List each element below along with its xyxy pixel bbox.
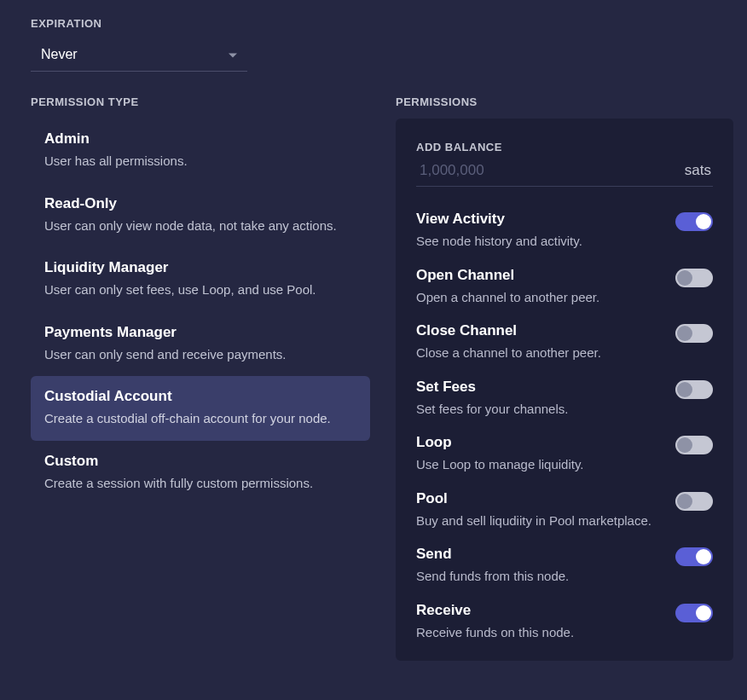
permission-toggle-row: Set FeesSet fees for your channels. xyxy=(416,379,713,418)
toggle-knob xyxy=(677,494,692,509)
permission-toggle-text: Close ChannelClose a channel to another … xyxy=(416,322,675,362)
permissions-column: PERMISSIONS ADD BALANCE sats View Activi… xyxy=(396,95,733,661)
permission-toggle-switch[interactable] xyxy=(675,324,713,343)
toggle-knob xyxy=(677,270,692,286)
chevron-down-icon xyxy=(229,54,237,58)
permission-toggle-title: Send xyxy=(416,546,662,563)
permission-toggle-desc: Send funds from this node. xyxy=(416,568,662,585)
permission-type-title: Admin xyxy=(44,130,356,148)
permission-type-label: PERMISSION TYPE xyxy=(31,95,370,108)
permission-toggle-row: ReceiveReceive funds on this node. xyxy=(416,602,713,641)
permission-toggle-title: Pool xyxy=(416,490,662,507)
permission-toggle-desc: See node history and activity. xyxy=(416,233,662,250)
permission-type-desc: User has all permissions. xyxy=(44,153,356,170)
permission-type-title: Liquidity Manager xyxy=(44,259,356,276)
permission-type-item[interactable]: Liquidity ManagerUser can only set fees,… xyxy=(31,247,370,312)
permission-toggle-row: LoopUse Loop to manage liquidity. xyxy=(416,434,713,473)
permission-type-item[interactable]: Read-OnlyUser can only view node data, n… xyxy=(31,183,370,248)
permission-toggle-switch[interactable] xyxy=(675,436,713,454)
permission-type-item[interactable]: CustomCreate a session with fully custom… xyxy=(31,441,370,506)
expiration-value: Never xyxy=(41,47,78,61)
permission-toggle-text: Set FeesSet fees for your channels. xyxy=(416,379,675,418)
permission-type-column: PERMISSION TYPE AdminUser has all permis… xyxy=(31,95,370,661)
permission-toggle-desc: Open a channel to another peer. xyxy=(416,289,662,306)
expiration-select[interactable]: Never xyxy=(31,40,247,72)
permission-toggle-desc: Receive funds on this node. xyxy=(416,624,662,641)
permission-type-desc: User can only send and receive payments. xyxy=(44,346,356,363)
balance-unit: sats xyxy=(685,162,713,179)
permission-toggle-desc: Buy and sell liqudiity in Pool marketpla… xyxy=(416,512,662,529)
permission-toggle-title: Close Channel xyxy=(416,322,662,339)
permission-toggle-switch[interactable] xyxy=(675,269,713,287)
permission-toggle-text: LoopUse Loop to manage liquidity. xyxy=(416,434,675,473)
toggle-knob xyxy=(677,326,692,341)
permission-toggle-text: View ActivitySee node history and activi… xyxy=(416,211,675,250)
permission-toggle-switch[interactable] xyxy=(675,212,713,231)
permission-toggle-switch[interactable] xyxy=(675,604,713,622)
add-balance-input[interactable] xyxy=(416,162,685,179)
permission-toggle-switch[interactable] xyxy=(675,492,713,511)
permission-toggle-text: ReceiveReceive funds on this node. xyxy=(416,602,675,641)
permission-type-list: AdminUser has all permissions.Read-OnlyU… xyxy=(31,119,370,505)
add-balance-label: ADD BALANCE xyxy=(416,141,713,153)
permission-toggle-title: Loop xyxy=(416,434,662,451)
permission-type-item[interactable]: Custodial AccountCreate a custodial off-… xyxy=(31,376,370,441)
permission-toggle-row: View ActivitySee node history and activi… xyxy=(416,211,713,250)
toggle-knob xyxy=(677,437,692,453)
permission-type-title: Payments Manager xyxy=(44,324,356,341)
columns: PERMISSION TYPE AdminUser has all permis… xyxy=(31,95,733,661)
permission-toggle-row: PoolBuy and sell liqudiity in Pool marke… xyxy=(416,490,713,529)
permission-type-title: Custodial Account xyxy=(44,388,356,405)
permission-toggle-desc: Set fees for your channels. xyxy=(416,401,662,418)
toggle-knob xyxy=(696,605,711,621)
permission-toggle-text: Open ChannelOpen a channel to another pe… xyxy=(416,267,675,306)
permission-type-desc: Create a session with fully custom permi… xyxy=(44,475,356,492)
permission-type-title: Read-Only xyxy=(44,195,356,212)
expiration-label: EXPIRATION xyxy=(31,17,733,30)
permission-toggle-title: View Activity xyxy=(416,211,662,228)
permission-toggle-title: Receive xyxy=(416,602,662,619)
permission-toggle-text: PoolBuy and sell liqudiity in Pool marke… xyxy=(416,490,675,529)
permission-type-title: Custom xyxy=(44,453,356,470)
permissions-panel: ADD BALANCE sats View ActivitySee node h… xyxy=(396,119,733,661)
permission-type-item[interactable]: Payments ManagerUser can only send and r… xyxy=(31,312,370,377)
toggle-knob xyxy=(696,214,711,229)
expiration-section: EXPIRATION Never xyxy=(31,17,733,72)
permission-toggle-row: Open ChannelOpen a channel to another pe… xyxy=(416,267,713,306)
permission-toggle-text: SendSend funds from this node. xyxy=(416,546,675,585)
permission-type-desc: User can only view node data, not take a… xyxy=(44,217,356,234)
toggle-knob xyxy=(677,382,692,397)
permission-toggle-desc: Use Loop to manage liquidity. xyxy=(416,456,662,473)
permissions-label: PERMISSIONS xyxy=(396,95,733,108)
permission-type-item[interactable]: AdminUser has all permissions. xyxy=(31,119,370,183)
toggle-knob xyxy=(696,549,711,564)
permission-toggle-row: SendSend funds from this node. xyxy=(416,546,713,585)
add-balance-row: sats xyxy=(416,162,713,187)
permission-toggle-list: View ActivitySee node history and activi… xyxy=(416,211,713,640)
permission-toggle-title: Set Fees xyxy=(416,379,662,396)
permission-type-desc: User can only set fees, use Loop, and us… xyxy=(44,281,356,298)
permission-toggle-row: Close ChannelClose a channel to another … xyxy=(416,322,713,362)
permission-type-desc: Create a custodial off-chain account for… xyxy=(44,410,356,427)
permission-toggle-desc: Close a channel to another peer. xyxy=(416,344,662,362)
permission-toggle-switch[interactable] xyxy=(675,547,713,566)
permission-toggle-title: Open Channel xyxy=(416,267,662,284)
permission-toggle-switch[interactable] xyxy=(675,380,713,399)
